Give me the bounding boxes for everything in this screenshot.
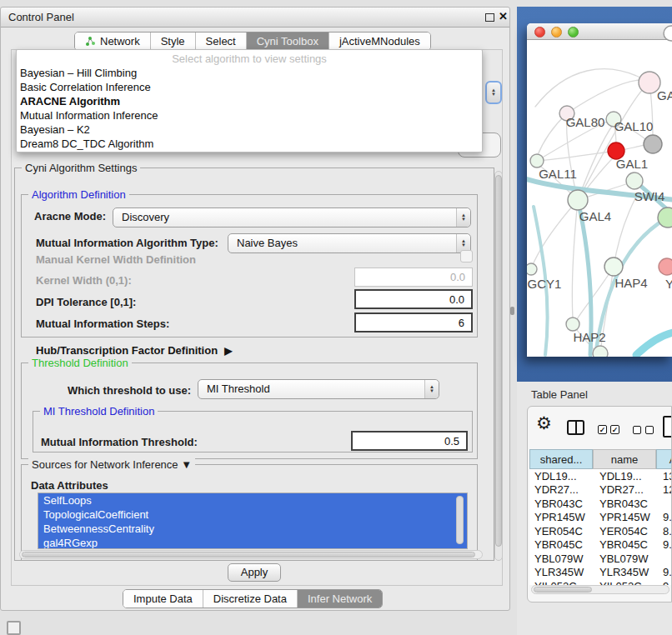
dropdown-item[interactable]: Basic Correlation Inference (17, 80, 482, 94)
window-close-button[interactable] (534, 27, 545, 38)
dropdown-item[interactable]: Mutual Information Inference (17, 108, 482, 122)
list-item[interactable]: TopologicalCoefficient (38, 508, 467, 522)
aracne-mode-select[interactable]: Discovery ▲▼ (113, 208, 471, 228)
group-title: Threshold Definition (28, 357, 132, 369)
network-node-swi4[interactable] (658, 208, 672, 228)
network-node-hap2[interactable] (566, 318, 579, 331)
table-horizontal-scrollbar[interactable] (531, 585, 669, 594)
list-item[interactable]: BetweennessCentrality (38, 522, 467, 536)
apply-button[interactable]: Apply (228, 563, 281, 582)
table-row[interactable]: YDL19...YDL19...13 (529, 469, 672, 483)
network-node-label: GCY1 (528, 277, 562, 291)
tab-cyni-toolbox[interactable]: Cyni Toolbox (246, 32, 328, 50)
panel-divider-handle[interactable] (510, 307, 514, 315)
tab-network[interactable]: Network (75, 32, 150, 50)
group-title: Sources for Network Inference ▼ (28, 458, 195, 471)
window-zoom-button[interactable] (568, 27, 579, 38)
mi-algorithm-type-select[interactable]: Naive Bayes ▲▼ (228, 233, 471, 253)
network-node-gal4[interactable] (568, 190, 588, 210)
mi-steps-label: Mutual Information Steps: (36, 318, 169, 331)
table-row[interactable]: YIL052CYIL052C9 (529, 579, 672, 585)
table-row[interactable]: YER054CYER054C8. (529, 524, 672, 538)
tab-infer-network[interactable]: Infer Network (297, 590, 382, 608)
network-node-bottom-green[interactable] (593, 346, 608, 357)
network-view-window[interactable]: GAL80GAL10GAL1GAL11SWI4GAL4GCY1HAP4HAP2G… (527, 23, 672, 357)
close-icon[interactable]: ✕ (499, 10, 508, 22)
network-node-gcy1[interactable] (527, 263, 537, 275)
network-edge[interactable] (572, 200, 578, 319)
table-row[interactable]: YBL079WYBL079W (529, 552, 672, 566)
network-edge[interactable] (636, 332, 672, 355)
checkbox-checked-icon[interactable]: ✓ (598, 425, 607, 434)
document-icon[interactable] (663, 416, 672, 438)
checkbox-checked-icon[interactable]: ✓ (610, 425, 619, 434)
dropdown-item[interactable]: Bayesian – Hill Climbing (17, 66, 482, 80)
dropdown-item-selected[interactable]: ARACNE Algorithm (17, 94, 482, 108)
table-row[interactable]: YDR27...YDR27...12 (529, 483, 672, 498)
node-table-card: ⚙ ✓ ✓ shared... name A YDL19...YDL19...1… (527, 406, 672, 602)
network-node-gray-node[interactable] (644, 135, 662, 153)
network-node-pink-right[interactable] (659, 258, 672, 275)
mi-steps-field[interactable]: 6 (354, 312, 473, 332)
collapsed-panel-icon[interactable] (7, 621, 21, 635)
panel-title: Control Panel (8, 11, 74, 23)
table-row[interactable]: YBR043CYBR043C (529, 497, 672, 511)
tab-jactivemnodules[interactable]: jActiveMNodules (328, 32, 430, 50)
group-title: Algorithm Definition (28, 188, 129, 201)
data-attributes-label: Data Attributes (31, 479, 108, 492)
network-node-hap4[interactable] (604, 258, 623, 276)
mi-threshold-field[interactable]: 0.5 (351, 431, 468, 451)
network-node-label: HAP4 (614, 276, 647, 290)
columns-icon[interactable] (567, 420, 584, 435)
mi-threshold-label: Mutual Information Threshold: (41, 436, 198, 449)
network-edge[interactable] (535, 69, 649, 107)
gear-icon[interactable]: ⚙ (536, 413, 552, 433)
horizontal-scrollbar-thumb[interactable] (22, 552, 475, 558)
dropdown-item[interactable]: Bayesian – K2 (17, 122, 482, 137)
tab-impute-data[interactable]: Impute Data (123, 590, 203, 608)
column-header[interactable]: shared... (529, 449, 593, 469)
network-edge[interactable] (537, 152, 610, 161)
collapse-arrow-icon[interactable]: ▼ (181, 458, 192, 471)
network-node-label: Y (665, 277, 672, 291)
table-horizontal-scrollbar-thumb[interactable] (534, 587, 592, 592)
hub-definition-expander[interactable]: Hub/Transcription Factor Definition▶ (36, 344, 232, 357)
network-node-label: GAL4 (579, 209, 611, 223)
dpi-tolerance-field[interactable]: 0.0 (354, 289, 473, 309)
network-edge[interactable] (614, 198, 635, 267)
float-icon[interactable] (485, 13, 494, 22)
manual-kernel-width-checkbox[interactable] (460, 250, 473, 262)
dropdown-item[interactable]: Dream8 DC_TDC Algorithm (17, 137, 482, 151)
expand-arrow-icon: ▶ (224, 345, 232, 357)
network-graph[interactable]: GAL80GAL10GAL1GAL11SWI4GAL4GCY1HAP4HAP2G… (527, 23, 672, 357)
network-node-top-partial[interactable] (664, 26, 672, 41)
table-panel: Table Panel ⚙ ✓ ✓ shared... name A YDL19… (517, 382, 672, 635)
window-minimize-button[interactable] (551, 27, 562, 38)
control-panel-titlebar: Control Panel ✕ (1, 8, 509, 28)
combo-arrows-icon: ▲▼ (456, 208, 470, 227)
checkbox-unchecked-icon[interactable] (633, 426, 641, 434)
kernel-width-field[interactable]: 0.0 (354, 268, 473, 287)
network-node-gal11[interactable] (530, 154, 544, 168)
column-header[interactable]: name (593, 449, 656, 469)
inference-algorithm-combo-button[interactable]: ▲▼ (485, 81, 502, 104)
table-row[interactable]: YPR145WYPR145W9. (529, 511, 672, 525)
settings-scrollbar[interactable] (494, 171, 503, 561)
tab-style[interactable]: Style (150, 32, 195, 50)
column-header[interactable]: A (656, 449, 672, 469)
horizontal-scrollbar[interactable] (19, 550, 483, 559)
list-scrollbar-thumb[interactable] (456, 496, 464, 544)
bottom-tabbar: Impute Data Discretize Data Infer Networ… (123, 589, 383, 608)
list-item[interactable]: gal4RGexp (38, 536, 467, 549)
table-row[interactable]: YLR345WYLR345W9. (529, 566, 672, 580)
list-item[interactable]: SelfLoops (38, 493, 467, 508)
tab-select[interactable]: Select (195, 32, 246, 50)
which-threshold-select[interactable]: MI Threshold ▲▼ (198, 379, 439, 399)
table-row[interactable]: YBR045CYBR045C9. (529, 538, 672, 552)
control-panel-window: Control Panel ✕ Network Style Select Cyn… (0, 7, 510, 611)
network-node-gal1[interactable] (626, 172, 643, 189)
checkbox-unchecked-icon[interactable] (645, 426, 654, 434)
table-body: YDL19...YDL19...13 YDR27...YDR27...12 YB… (529, 469, 672, 585)
settings-scrollbar-thumb[interactable] (495, 175, 502, 547)
tab-discretize-data[interactable]: Discretize Data (203, 590, 297, 608)
